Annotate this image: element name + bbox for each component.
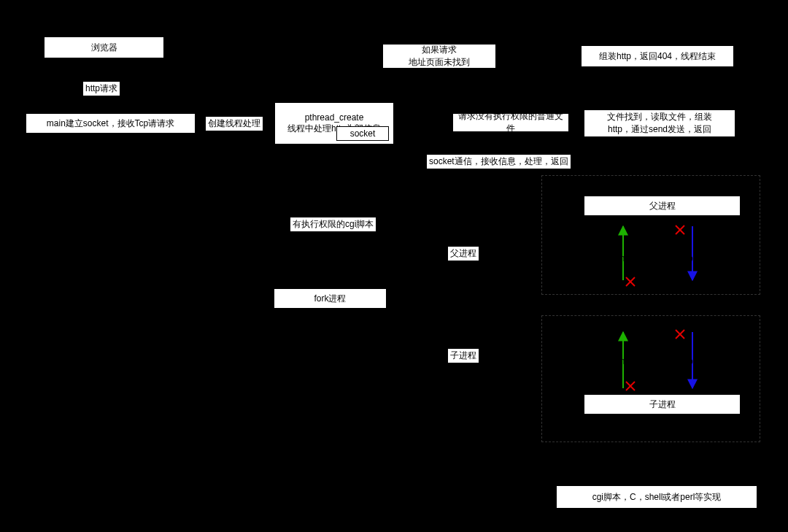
cgi-input0-child-left: cgi_input[0] xyxy=(568,379,617,391)
create-thread-label: 创建线程处理 xyxy=(206,117,263,131)
browser-box: 浏览器 xyxy=(44,36,164,58)
cgi-script-box: cgi脚本，C，shell或者perl等实现 xyxy=(556,485,757,509)
normal-file-text: 请求没有执行权限的普通文件 xyxy=(457,110,564,135)
not-found-l1: 如果请求 xyxy=(422,44,457,56)
child-proc-box: 子进程 xyxy=(584,394,741,415)
cgi-input1-child-left: cgi_input[1] xyxy=(568,328,617,340)
parent-edge-label: 父进程 xyxy=(448,247,479,261)
socket-text: socket xyxy=(350,128,376,139)
has-exec-cgi-label: 有执行权限的cgi脚本 xyxy=(290,217,376,231)
browser-label: 浏览器 xyxy=(91,42,117,54)
socket-comm-label: socket通信，接收信息，处理，返回 xyxy=(427,155,571,169)
http-req-label: http请求 xyxy=(83,82,120,96)
pipe-output-parent: 管道output xyxy=(668,252,714,266)
fork-text: fork进程 xyxy=(314,293,346,305)
not-found-box: 如果请求 地址页面未找到 xyxy=(382,44,496,69)
return404-text: 组装http，返回404，线程结束 xyxy=(599,50,716,63)
child-edge-label: 子进程 xyxy=(448,349,479,363)
socket-box: socket xyxy=(336,126,389,141)
child-proc-text: 子进程 xyxy=(649,398,676,411)
pthread-box: pthread_create 线程中处理http头部信息 socket xyxy=(274,102,394,144)
not-found-l2: 地址页面未找到 xyxy=(409,56,470,69)
pipe-input-parent: 管道input xyxy=(598,252,639,266)
parent-proc-text: 父进程 xyxy=(649,200,676,212)
normal-file-box: 请求没有执行权限的普通文件 xyxy=(452,113,569,132)
main-socket-text: main建立socket，接收Tcp请请求 xyxy=(47,117,174,130)
file-found-box: 文件找到，读取文件，组装 http，通过send发送，返回 xyxy=(584,109,735,137)
cgi-input0-parent-left: cgi_input[0] xyxy=(568,225,617,236)
return404-box: 组装http，返回404，线程结束 xyxy=(581,45,734,67)
cgi-input1-parent-right: cgi_input[1] xyxy=(699,276,748,288)
fork-box: fork进程 xyxy=(274,288,387,309)
cgi-input1-child-right: cgi_input[1] xyxy=(699,328,748,340)
parent-proc-box: 父进程 xyxy=(584,196,741,216)
pthread-line1: pthread_create xyxy=(305,112,364,123)
main-socket-box: main建立socket，接收Tcp请请求 xyxy=(26,113,196,134)
cgi-script-text: cgi脚本，C，shell或者perl等实现 xyxy=(592,491,722,504)
pipe-input-child: 管道input xyxy=(598,355,639,369)
file-found-l1: 文件找到，读取文件，组装 xyxy=(607,111,712,123)
cgi-input0-parent-right: cgi_input[0] xyxy=(699,225,748,236)
pipe-output-child: 管道output xyxy=(668,355,714,369)
cgi-input1-parent-left: cgi_input[1] xyxy=(568,276,617,288)
cgi-input0-child-right: cgi_input[0] xyxy=(699,379,748,391)
file-found-l2: http，通过send发送，返回 xyxy=(608,123,711,136)
